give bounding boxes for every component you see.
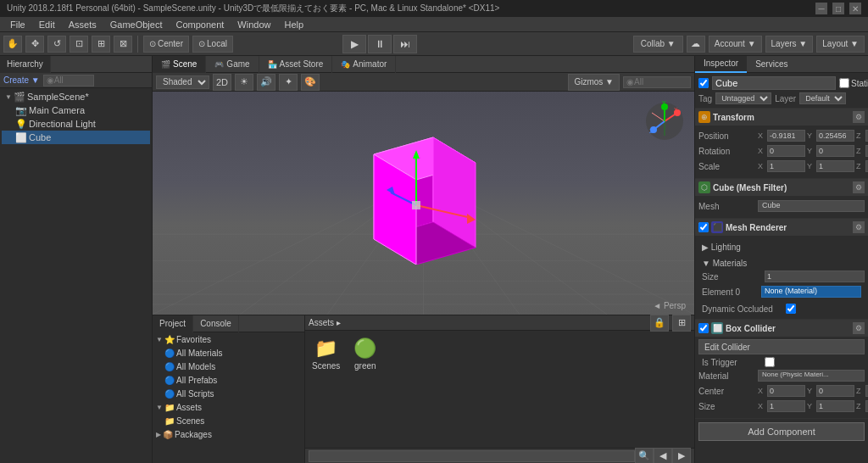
materials-size-input[interactable]	[765, 271, 865, 282]
local-button[interactable]: ⊙ Local	[192, 36, 233, 53]
favorites-models[interactable]: 🔵 All Models	[153, 360, 304, 373]
assets-search-input[interactable]	[309, 450, 635, 462]
project-tab[interactable]: Project	[153, 315, 193, 332]
lighting-toggle[interactable]: ☀	[235, 74, 253, 91]
tab-animator[interactable]: 🎭Animator	[332, 56, 396, 73]
object-active-checkbox[interactable]	[698, 78, 709, 88]
assets-nav-right[interactable]: ▶	[672, 448, 691, 464]
hierarchy-item-samplescene[interactable]: ▼ 🎬 SampleScene*	[2, 90, 150, 103]
gizmos-button[interactable]: Gizmos ▼	[568, 74, 620, 91]
create-button[interactable]: Create ▼	[3, 75, 40, 85]
scale-y-input[interactable]	[816, 160, 854, 172]
menu-help[interactable]: Help	[277, 17, 310, 32]
element0-value[interactable]: None (Material)	[761, 286, 861, 298]
persp-label[interactable]: Persp	[653, 301, 686, 310]
mesh-value[interactable]: Cube	[758, 200, 865, 212]
effects-toggle[interactable]: ✦	[279, 74, 298, 91]
meshrenderer-settings-button[interactable]: ⚙	[853, 221, 865, 233]
tab-game[interactable]: 🎮Game	[206, 56, 259, 73]
tag-select[interactable]: Untagged	[715, 92, 771, 104]
menu-edit[interactable]: Edit	[32, 17, 62, 32]
tool-scale[interactable]: ⊡	[70, 36, 88, 53]
close-button[interactable]: ✕	[849, 3, 861, 14]
tool-rect[interactable]: ⊞	[92, 36, 110, 53]
hierarchy-item-maincamera[interactable]: 📷 Main Camera	[2, 103, 150, 117]
menu-component[interactable]: Component	[169, 17, 231, 32]
play-button[interactable]: ▶	[342, 35, 366, 53]
hierarchy-item-directionallight[interactable]: 💡 Directional Light	[2, 117, 150, 131]
materials-header[interactable]: ▼ Materials	[702, 257, 861, 270]
2d-mode-button[interactable]: 2D	[213, 74, 231, 91]
add-component-button[interactable]: Add Component	[698, 422, 865, 441]
center-x-input[interactable]	[767, 385, 805, 397]
scale-x-input[interactable]	[767, 160, 805, 172]
packages-section[interactable]: ▶ 📦 Packages	[153, 427, 304, 441]
boxcollider-header[interactable]: ⬜ Box Collider ⚙	[695, 320, 868, 337]
boxcollider-active[interactable]	[698, 323, 709, 333]
favorites-materials[interactable]: 🔵 All Materials	[153, 346, 304, 360]
scene-gizmo[interactable]: X Y Z	[643, 100, 686, 142]
menu-gameobject[interactable]: GameObject	[103, 17, 170, 32]
step-button[interactable]: ⏭	[393, 35, 417, 53]
menu-window[interactable]: Window	[231, 17, 277, 32]
edit-collider-button[interactable]: Edit Collider	[698, 339, 865, 354]
assets-search-button[interactable]: 🔍	[635, 448, 654, 464]
scene-viewport[interactable]: X Y Z Persp	[153, 92, 694, 315]
meshrenderer-active[interactable]	[698, 222, 709, 232]
hierarchy-item-cube[interactable]: ⬜ Cube	[2, 131, 150, 144]
layers-button[interactable]: Layers ▼	[765, 36, 814, 53]
hierarchy-search[interactable]	[43, 75, 94, 86]
menu-assets[interactable]: Assets	[62, 17, 103, 32]
collab-button[interactable]: Collab ▼	[633, 36, 683, 53]
transform-header[interactable]: ⊕ Transform ⚙	[695, 109, 868, 126]
favorites-section[interactable]: ▼ ⭐ Favorites	[153, 332, 304, 346]
tab-scene[interactable]: 🎬Scene	[153, 56, 206, 73]
tool-rotate[interactable]: ↺	[47, 36, 66, 53]
fx-toggle[interactable]: 🎨	[301, 74, 320, 91]
layer-select[interactable]: Default	[799, 92, 846, 104]
tool-hand[interactable]: ✋	[3, 36, 22, 53]
maximize-button[interactable]: □	[832, 3, 844, 14]
favorites-scripts[interactable]: 🔵 All Scripts	[153, 387, 304, 400]
inspector-tab[interactable]: Inspector	[695, 56, 747, 73]
transform-settings-button[interactable]: ⚙	[853, 111, 865, 123]
position-x-input[interactable]	[767, 130, 805, 142]
collider-size-x-input[interactable]	[767, 400, 805, 412]
audio-toggle[interactable]: 🔊	[257, 74, 275, 91]
center-button[interactable]: ⊙ Center	[143, 36, 189, 53]
assets-lock-button[interactable]: 🔒	[650, 315, 669, 332]
meshfilter-settings-button[interactable]: ⚙	[853, 181, 865, 193]
boxcollider-settings-button[interactable]: ⚙	[853, 322, 865, 334]
console-tab[interactable]: Console	[193, 315, 239, 332]
dynamic-occluded-checkbox[interactable]	[786, 304, 796, 314]
scene-search[interactable]	[623, 76, 691, 88]
is-trigger-checkbox[interactable]	[765, 357, 775, 367]
asset-green-item[interactable]: 🟢 green	[350, 334, 380, 444]
assets-scenes[interactable]: 📁 Scenes	[153, 414, 304, 427]
asset-scenes-folder[interactable]: 📁 Scenes	[309, 334, 343, 444]
collider-size-y-input[interactable]	[816, 400, 854, 412]
position-y-input[interactable]	[816, 130, 854, 142]
cloud-button[interactable]: ☁	[687, 36, 705, 53]
static-checkbox[interactable]	[839, 78, 849, 88]
collider-material-value[interactable]: None (Physic Materi...	[758, 370, 865, 382]
meshfilter-header[interactable]: ⬡ Cube (Mesh Filter) ⚙	[695, 179, 868, 196]
static-toggle[interactable]: Static ▼	[839, 78, 868, 88]
shading-mode-select[interactable]: Shaded	[156, 75, 209, 89]
tool-move[interactable]: ✥	[25, 36, 44, 53]
object-name-input[interactable]	[712, 76, 836, 90]
meshrenderer-header[interactable]: ⬛ Mesh Renderer ⚙	[695, 219, 868, 236]
minimize-button[interactable]: ─	[815, 3, 827, 14]
services-tab[interactable]: Services	[747, 56, 796, 73]
tab-assetstore[interactable]: 🏪Asset Store	[259, 56, 333, 73]
favorites-prefabs[interactable]: 🔵 All Prefabs	[153, 373, 304, 387]
tool-transform[interactable]: ⊠	[114, 36, 132, 53]
hierarchy-tab[interactable]: Hierarchy	[0, 56, 51, 73]
center-y-input[interactable]	[816, 385, 854, 397]
rotation-x-input[interactable]	[767, 145, 805, 157]
menu-file[interactable]: File	[3, 17, 32, 32]
layout-button[interactable]: Layout ▼	[816, 36, 865, 53]
assets-section[interactable]: ▼ 📁 Assets	[153, 400, 304, 414]
rotation-y-input[interactable]	[816, 145, 854, 157]
lighting-header[interactable]: ▶ Lighting	[702, 241, 861, 254]
